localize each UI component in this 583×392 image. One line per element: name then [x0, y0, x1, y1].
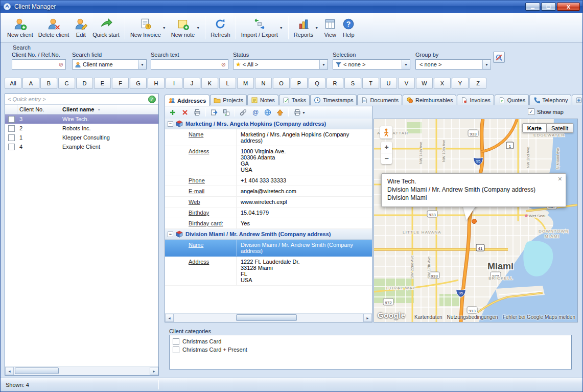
alpha-f[interactable]: F — [112, 78, 129, 89]
email-button[interactable] — [250, 107, 261, 118]
alpha-q[interactable]: Q — [309, 78, 325, 89]
transfer-address-button[interactable] — [221, 107, 232, 118]
delete-client-button[interactable]: Delete client — [36, 14, 72, 41]
close-button[interactable] — [557, 3, 580, 11]
move-up-button[interactable] — [274, 107, 286, 118]
alpha-h[interactable]: H — [148, 78, 165, 89]
import-export-button[interactable]: Import / Export▼ — [239, 14, 286, 41]
tab-reimbursables[interactable]: Reimbursables — [403, 95, 456, 105]
scroll-left-icon[interactable]: ◄ — [5, 367, 14, 375]
client-row[interactable]: 4 Example Client — [5, 142, 158, 151]
address-field-row[interactable]: Address1222 Ft. Lauderdale Dr. 33128 Mia… — [165, 257, 372, 286]
tab-timestamps[interactable]: Timestamps — [310, 95, 357, 105]
address-field-row[interactable]: NameMarketing / Mrs. Angela Hopkins (Com… — [165, 129, 372, 146]
category-item[interactable]: Christmas Card — [173, 337, 568, 345]
category-item[interactable]: Christmas Card + Present — [173, 345, 568, 354]
clear-filter-button[interactable] — [493, 52, 505, 63]
chevron-down-icon[interactable]: ▼ — [162, 26, 166, 30]
minimize-button[interactable] — [525, 3, 540, 11]
chevron-down-icon[interactable]: ▼ — [279, 26, 283, 30]
alpha-n[interactable]: N — [255, 78, 272, 89]
alpha-v[interactable]: V — [398, 78, 415, 89]
attribution-report-link[interactable]: Fehler bei Google Maps melden — [503, 314, 575, 320]
address-field-row[interactable]: E-mailangela@wiretech.com — [165, 186, 372, 197]
alpha-r[interactable]: R — [327, 78, 343, 89]
chevron-down-icon[interactable]: ▼ — [482, 60, 491, 69]
chevron-down-icon[interactable]: ▼ — [319, 60, 328, 69]
maximize-button[interactable] — [541, 3, 556, 11]
collapse-icon[interactable]: − — [168, 121, 173, 127]
print-address-button[interactable] — [192, 107, 203, 118]
header-client-name[interactable]: Client name▼ — [60, 105, 158, 114]
ignore-filter-icon[interactable]: ⊘ — [59, 62, 63, 67]
alpha-j[interactable]: J — [183, 78, 200, 89]
alpha-all[interactable]: All — [5, 78, 21, 89]
address-field-row-selected[interactable]: NameDivision Miami / Mr. Andrew Smith (C… — [165, 240, 372, 257]
category-checkbox[interactable] — [173, 338, 179, 345]
alpha-z[interactable]: Z — [470, 78, 486, 89]
map-canvas[interactable]: 933 933 933 972 972 913 887 95 95 41 1 A… — [374, 119, 577, 322]
search-field-select[interactable]: Client name ▼ — [72, 59, 147, 70]
alpha-t[interactable]: T — [362, 78, 379, 89]
alpha-y[interactable]: Y — [452, 78, 469, 89]
alpha-k[interactable]: K — [201, 78, 218, 89]
scroll-right-icon[interactable]: ► — [150, 367, 158, 375]
client-list-hscrollbar[interactable]: ◄ ► — [5, 366, 158, 375]
tab-addresses[interactable]: Addresses — [165, 95, 209, 106]
address-section-header[interactable]: − Division Miami / Mr. Andrew Smith (Com… — [165, 229, 372, 240]
scroll-left-icon[interactable]: ◄ — [165, 314, 174, 322]
header-client-no[interactable]: Client No. — [17, 105, 60, 114]
map-type-karte-button[interactable]: Karte — [522, 123, 547, 133]
address-field-row[interactable]: Address1000 Virginia Ave. 30306 Atlanta … — [165, 146, 372, 175]
show-map-toggle[interactable]: ✓ Show map — [528, 108, 564, 115]
confirm-icon[interactable]: ✓ — [148, 96, 156, 103]
new-note-button[interactable]: New note▼ — [169, 14, 202, 41]
selection-select[interactable]: < none > ▼ — [333, 59, 410, 70]
quick-entry-input[interactable]: < Quick entry > ✓ — [5, 94, 158, 105]
alpha-s[interactable]: S — [344, 78, 361, 89]
scrollbar-thumb[interactable] — [15, 367, 59, 374]
client-no-input[interactable]: ⊘ — [12, 59, 66, 70]
alpha-c[interactable]: C — [58, 78, 75, 89]
alpha-p[interactable]: P — [291, 78, 308, 89]
link-button[interactable] — [238, 107, 249, 118]
tab-invoices[interactable]: Invoices — [457, 95, 494, 105]
alpha-a[interactable]: A — [22, 78, 39, 89]
status-select[interactable]: ★ < All > ▼ — [233, 59, 328, 70]
client-row[interactable]: 1 Klepper Consulting — [5, 133, 158, 142]
row-checkbox[interactable] — [8, 144, 15, 150]
refresh-button[interactable]: Refresh — [208, 14, 233, 41]
ignore-filter-icon[interactable]: ⊘ — [221, 62, 226, 67]
pegman-control[interactable] — [380, 126, 392, 139]
tab-additional[interactable]: Additional — [572, 95, 583, 105]
alpha-e[interactable]: E — [94, 78, 111, 89]
attribution-terms-link[interactable]: Nutzungsbedingungen — [447, 314, 498, 320]
row-checkbox[interactable] — [8, 125, 15, 132]
titlebar[interactable]: Client Manager — [1, 1, 582, 13]
collapse-icon[interactable]: − — [168, 232, 173, 237]
chevron-down-icon[interactable]: ▼ — [196, 26, 200, 30]
alpha-b[interactable]: B — [40, 78, 57, 89]
tab-projects[interactable]: Projects — [210, 95, 247, 105]
chevron-down-icon[interactable]: ▼ — [138, 60, 146, 69]
client-row[interactable]: 3 Wire Tech. — [5, 114, 158, 124]
open-web-button[interactable] — [262, 107, 273, 118]
client-row[interactable]: 2 Robots Inc. — [5, 124, 158, 133]
delete-address-button[interactable] — [179, 107, 191, 118]
address-field-row[interactable]: Phone+1 404 333 33333 — [165, 175, 372, 186]
row-checkbox[interactable] — [8, 134, 15, 141]
alpha-m[interactable]: M — [237, 78, 254, 89]
export-address-button[interactable] — [208, 107, 220, 118]
address-hscrollbar[interactable]: ◄ ► — [165, 313, 372, 322]
edit-button[interactable]: Edit — [72, 14, 90, 41]
alpha-i[interactable]: I — [166, 78, 182, 89]
zoom-in-button[interactable]: + — [381, 142, 392, 153]
tab-documents[interactable]: Documents — [357, 95, 402, 105]
chevron-down-icon[interactable]: ▼ — [315, 26, 318, 30]
print-menu-button[interactable]: ▼ — [291, 107, 308, 118]
row-checkbox[interactable] — [8, 116, 15, 123]
alpha-x[interactable]: X — [434, 78, 451, 89]
category-checkbox[interactable] — [173, 347, 179, 353]
alpha-d[interactable]: D — [76, 78, 93, 89]
alpha-u[interactable]: U — [380, 78, 397, 89]
